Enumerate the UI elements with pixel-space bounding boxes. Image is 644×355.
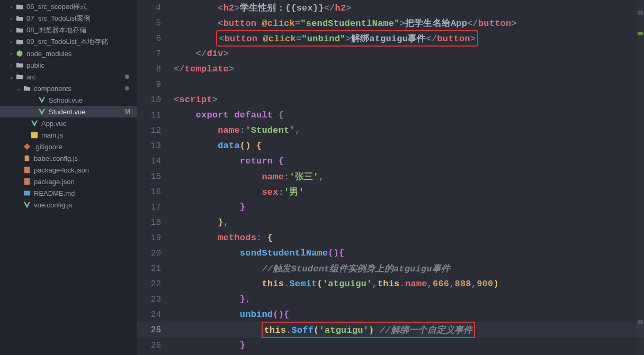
file-label: babel.config.js xyxy=(34,154,78,162)
code-tokens: this.$off('atguigu') //解绑一个自定义事件 xyxy=(262,322,475,338)
chevron-icon[interactable]: › xyxy=(7,39,15,45)
code-line[interactable]: 4 <h2>学生性别：{{sex}}</h2> xyxy=(137,0,644,15)
code-line[interactable]: 6 <button @click="unbind">解绑atguigu事件</b… xyxy=(137,31,644,46)
code-content[interactable]: sendStudentlName(){ xyxy=(174,248,344,258)
code-content[interactable]: <button @click="unbind">解绑atguigu事件</but… xyxy=(174,32,477,45)
code-content[interactable]: //触发Student组件实例身上的atguigu事件 xyxy=(174,262,450,275)
code-line[interactable]: 16 sex:'男' xyxy=(137,184,644,199)
md-icon xyxy=(22,189,32,197)
code-content[interactable]: return { xyxy=(174,156,284,166)
sidebar-item-09-src-todolist-[interactable]: ›09_src_TodoList_本地存储 xyxy=(0,36,137,48)
code-tokens: </template> xyxy=(174,64,234,74)
line-number: 20 xyxy=(137,249,174,258)
code-content[interactable]: </template> xyxy=(174,64,234,74)
chevron-icon[interactable]: › xyxy=(7,27,15,33)
folder-icon xyxy=(15,73,24,80)
code-line[interactable]: 21 //触发Student组件实例身上的atguigu事件 xyxy=(137,261,644,276)
sidebar-item-07-src-todolist-[interactable]: ›07_src_TodoList案例 xyxy=(0,13,137,24)
code-line[interactable]: 25 this.$off('atguigu') //解绑一个自定义事件 xyxy=(137,322,644,338)
chevron-icon[interactable]: › xyxy=(7,50,15,57)
sidebar-item-student-vue[interactable]: Student.vueM xyxy=(0,106,137,117)
folder-icon xyxy=(15,26,24,34)
chevron-icon[interactable]: ⌄ xyxy=(7,74,15,80)
sidebar-item-node-modules[interactable]: ›node_modules xyxy=(0,48,137,59)
json-icon xyxy=(22,166,32,174)
code-line[interactable]: 9 xyxy=(137,77,644,92)
code-tokens: } xyxy=(240,202,245,212)
sidebar-item-components[interactable]: ⌄components xyxy=(0,83,137,94)
code-line[interactable]: 22 this.$emit('atguigu',this.name,666,88… xyxy=(137,276,644,292)
code-line[interactable]: 18 }, xyxy=(137,215,644,230)
chevron-icon[interactable]: ⌄ xyxy=(15,85,22,92)
sidebar-item-school-vue[interactable]: School.vue xyxy=(0,94,137,106)
code-line[interactable]: 14 return { xyxy=(137,153,644,169)
line-number: 15 xyxy=(137,172,174,181)
code-content[interactable]: }, xyxy=(174,294,251,304)
code-line[interactable]: 23 }, xyxy=(137,292,644,307)
code-content[interactable]: name:'张三', xyxy=(174,170,324,183)
code-line[interactable]: 12 name:'Student', xyxy=(137,123,644,138)
code-content[interactable]: } xyxy=(174,202,245,212)
node-icon xyxy=(15,50,24,57)
code-line[interactable]: 15 name:'张三', xyxy=(137,169,644,184)
folder-icon xyxy=(15,3,24,11)
sidebar-item-babel-config-js[interactable]: babel.config.js xyxy=(0,152,137,164)
code-line[interactable]: 20 sendStudentlName(){ xyxy=(137,245,644,261)
code-line[interactable]: 7 </div> xyxy=(137,46,644,61)
code-content[interactable]: export default { xyxy=(174,110,284,120)
code-tokens: sendStudentlName(){ xyxy=(240,248,345,258)
js-icon xyxy=(30,131,39,139)
line-number: 5 xyxy=(137,19,174,28)
sidebar-item-readme-md[interactable]: README.md xyxy=(0,187,137,199)
code-content[interactable]: unbind(){ xyxy=(174,310,289,320)
line-number: 11 xyxy=(137,111,174,120)
sidebar-item-public[interactable]: ›public xyxy=(0,59,137,71)
chevron-icon[interactable]: › xyxy=(7,4,15,10)
code-content[interactable]: <h2>学生性别：{{sex}}</h2> xyxy=(174,2,352,14)
editor-scrollbar[interactable] xyxy=(637,0,644,355)
line-number: 12 xyxy=(137,126,174,135)
code-line[interactable]: 26 } xyxy=(137,338,644,353)
code-tokens: <script> xyxy=(174,95,218,105)
code-line[interactable]: 5 <button @click="sendStudentlName">把学生名… xyxy=(137,15,644,31)
line-number: 26 xyxy=(137,341,174,350)
line-number: 7 xyxy=(137,49,174,59)
code-editor[interactable]: 4 <h2>学生性别：{{sex}}</h2>5 <button @click=… xyxy=(137,0,644,355)
code-content[interactable]: <script> xyxy=(174,95,218,105)
json-icon xyxy=(22,178,32,185)
modified-badge: M xyxy=(125,108,132,115)
code-content[interactable]: name:'Student', xyxy=(174,125,300,135)
sidebar-item-08-[interactable]: ›08_浏览器本地存储 xyxy=(0,24,137,36)
code-content[interactable]: </div> xyxy=(174,49,229,59)
code-line[interactable]: 17 } xyxy=(137,199,644,215)
sidebar-item-vue-config-js[interactable]: vue.config.js xyxy=(0,199,137,211)
sidebar-item-package-json[interactable]: package.json xyxy=(0,176,137,187)
code-line[interactable]: 19 methods: { xyxy=(137,230,644,245)
sidebar-item-app-vue[interactable]: App.vue xyxy=(0,117,137,129)
code-content[interactable]: this.$off('atguigu') //解绑一个自定义事件 xyxy=(174,322,475,338)
line-number: 18 xyxy=(137,218,174,227)
chevron-icon[interactable]: › xyxy=(7,62,15,68)
code-content[interactable]: sex:'男' xyxy=(174,186,304,198)
code-content[interactable]: data() { xyxy=(174,141,262,151)
code-content[interactable]: } xyxy=(174,340,245,350)
sidebar-item-package-lock-json[interactable]: package-lock.json xyxy=(0,164,137,176)
code-line[interactable]: 8</template> xyxy=(137,61,644,77)
code-line[interactable]: 11 export default { xyxy=(137,107,644,123)
code-content[interactable]: <button @click="sendStudentlName">把学生名给A… xyxy=(174,17,517,29)
code-line[interactable]: 10<script> xyxy=(137,92,644,107)
vue-icon xyxy=(37,108,47,115)
code-tokens: </div> xyxy=(196,49,229,59)
code-content[interactable]: }, xyxy=(174,217,229,227)
chevron-icon[interactable]: › xyxy=(7,15,15,22)
code-content[interactable]: methods: { xyxy=(174,233,273,243)
code-line[interactable]: 24 unbind(){ xyxy=(137,307,644,322)
babel-icon xyxy=(22,154,32,162)
sidebar-item-src[interactable]: ⌄src xyxy=(0,71,137,83)
file-explorer[interactable]: ›06_src_scoped样式›07_src_TodoList案例›08_浏览… xyxy=(0,0,137,355)
code-line[interactable]: 13 data() { xyxy=(137,138,644,153)
sidebar-item--gitignore[interactable]: .gitignore xyxy=(0,141,137,152)
code-content[interactable]: this.$emit('atguigu',this.name,666,888,9… xyxy=(174,279,499,289)
sidebar-item-main-js[interactable]: main.js xyxy=(0,129,137,141)
sidebar-item-06-src-scoped-[interactable]: ›06_src_scoped样式 xyxy=(0,1,137,13)
